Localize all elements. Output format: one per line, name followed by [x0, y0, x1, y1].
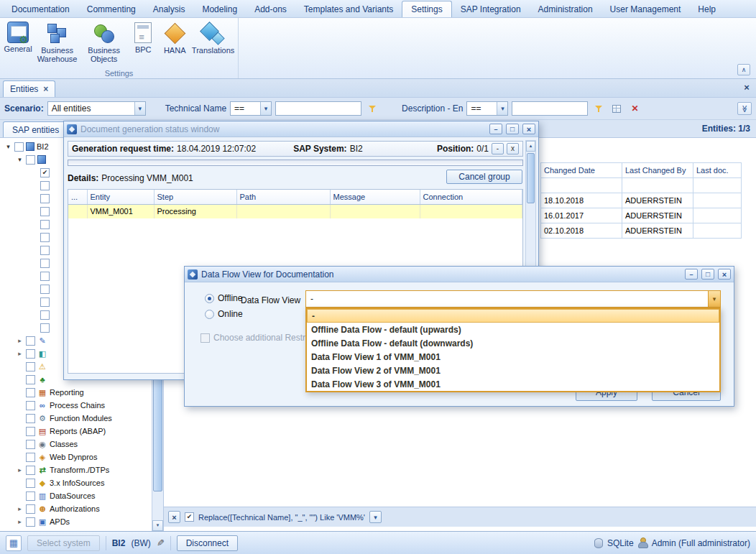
edit-connection-icon[interactable] — [157, 537, 165, 548]
tree-checkbox-checked[interactable] — [40, 168, 50, 177]
tree-checkbox[interactable] — [40, 207, 50, 216]
table-filter-row[interactable] — [541, 178, 742, 193]
tree-checkbox[interactable] — [26, 453, 35, 462]
tree-checkbox[interactable] — [26, 466, 35, 475]
option-item[interactable]: Data Flow View 2 of VMM_M001 — [307, 364, 719, 377]
filter-dropdown-button[interactable] — [369, 511, 382, 523]
close-status-button[interactable]: x — [507, 143, 519, 154]
translations-button[interactable]: Translations — [191, 20, 235, 56]
technical-name-filter-button[interactable] — [365, 101, 379, 116]
tree-item-process-chains[interactable]: Process Chains — [0, 399, 152, 412]
select-system-button[interactable]: Select system — [27, 535, 100, 551]
tree-checkbox[interactable] — [26, 414, 35, 423]
scroll-up-icon[interactable] — [526, 141, 535, 152]
maximize-icon[interactable] — [701, 269, 714, 280]
description-input[interactable] — [512, 101, 588, 116]
close-icon[interactable] — [718, 269, 731, 280]
menu-tab-modeling[interactable]: Modeling — [193, 1, 246, 17]
minimize-icon[interactable] — [489, 124, 502, 134]
chevron-right-icon[interactable] — [16, 337, 24, 344]
tree-checkbox[interactable] — [40, 272, 50, 281]
chevron-right-icon[interactable] — [16, 350, 24, 357]
clear-filter-button[interactable] — [627, 101, 642, 116]
tree-checkbox[interactable] — [40, 181, 50, 190]
tree-checkbox[interactable] — [40, 194, 50, 203]
maximize-icon[interactable] — [506, 124, 519, 134]
restrictions-checkbox[interactable] — [200, 333, 210, 343]
tab-entities[interactable]: Entities — [3, 80, 55, 97]
tabbar-close-icon[interactable] — [740, 82, 753, 93]
option-item[interactable]: Offline Data Flow - default (downwards) — [307, 336, 719, 350]
tree-checkbox[interactable] — [40, 297, 50, 307]
tree-checkbox[interactable] — [26, 479, 35, 488]
column-options[interactable]: ... — [68, 190, 87, 204]
menu-tab-user-management[interactable]: User Management — [601, 1, 690, 17]
scrollbar-thumb[interactable] — [527, 153, 535, 203]
tree-checkbox[interactable] — [26, 491, 35, 501]
scroll-down-icon[interactable] — [152, 520, 163, 531]
tree-checkbox[interactable] — [26, 401, 35, 410]
menu-tab-analysis[interactable]: Analysis — [144, 1, 194, 17]
column-connection[interactable]: Connection — [420, 190, 522, 204]
apply-filter-button[interactable] — [591, 101, 606, 116]
hana-button[interactable]: HANA — [160, 20, 190, 56]
expand-filters-button[interactable] — [737, 102, 752, 115]
tree-checkbox[interactable] — [40, 233, 50, 242]
tree-item-authorizations[interactable]: Authorizations — [0, 502, 152, 515]
filter-editor-button[interactable] — [609, 101, 624, 116]
disconnect-button[interactable]: Disconnect — [177, 535, 238, 551]
menu-tab-administration[interactable]: Administration — [530, 1, 601, 17]
chevron-down-icon[interactable] — [497, 102, 507, 115]
chevron-down-icon[interactable] — [260, 102, 271, 115]
bpc-button[interactable]: BPC — [128, 20, 158, 55]
collapse-status-button[interactable]: - — [492, 143, 504, 154]
technical-name-input[interactable] — [275, 101, 361, 116]
tree-checkbox[interactable] — [14, 142, 24, 152]
tree-checkbox[interactable] — [40, 259, 50, 268]
menu-tab-sap-integration[interactable]: SAP Integration — [452, 1, 530, 17]
column-message[interactable]: Message — [330, 190, 420, 204]
menu-tab-commenting[interactable]: Commenting — [78, 1, 144, 17]
option-item[interactable]: Data Flow View 3 of VMM_M001 — [307, 377, 719, 391]
tree-checkbox[interactable] — [26, 440, 35, 449]
tree-item-apds[interactable]: APDs — [0, 515, 152, 528]
column-path[interactable]: Path — [236, 190, 330, 204]
tree-checkbox[interactable] — [26, 517, 35, 527]
chevron-down-icon[interactable] — [134, 102, 145, 115]
remove-filter-button[interactable] — [168, 511, 180, 523]
column-last-changed-by[interactable]: Last Changed By — [622, 163, 693, 178]
menu-tab-settings[interactable]: Settings — [402, 1, 451, 17]
online-radio[interactable] — [205, 310, 214, 319]
menu-tab-addons[interactable]: Add-ons — [246, 1, 295, 17]
tree-item-function-modules[interactable]: Function Modules — [0, 412, 152, 425]
tree-checkbox[interactable] — [40, 220, 50, 229]
tree-checkbox[interactable] — [40, 310, 50, 320]
chevron-down-icon[interactable] — [4, 143, 12, 150]
table-row[interactable]: 02.10.2018 ADUERRSTEIN — [541, 223, 742, 239]
table-row[interactable]: 16.01.2017 ADUERRSTEIN — [541, 208, 742, 223]
technical-name-operator-select[interactable]: == — [230, 101, 272, 116]
tree-checkbox[interactable] — [26, 388, 35, 397]
tab-sap-entities[interactable]: SAP entities — [3, 121, 68, 137]
offline-radio[interactable] — [205, 294, 214, 303]
menu-tab-help[interactable]: Help — [689, 1, 724, 17]
chevron-right-icon[interactable] — [16, 518, 24, 525]
systems-grid-icon[interactable] — [6, 535, 22, 551]
tree-item-reporting[interactable]: Reporting — [0, 386, 152, 399]
scenario-select[interactable]: All entities — [47, 101, 146, 116]
tree-item-3x-infosources[interactable]: 3.x InfoSources — [0, 476, 152, 489]
dialog-title-bar[interactable]: Document generation status window — [64, 121, 538, 137]
table-row[interactable]: 18.10.2018 ADUERRSTEIN — [541, 193, 742, 208]
filter-enabled-checkbox[interactable] — [185, 512, 194, 522]
tree-checkbox[interactable] — [26, 155, 35, 165]
general-button[interactable]: General — [3, 20, 33, 55]
tree-item-datasources[interactable]: DataSources — [0, 489, 152, 502]
dialog-title-bar[interactable]: Data Flow View for Documentation — [185, 267, 734, 282]
tree-checkbox[interactable] — [40, 285, 50, 294]
description-operator-select[interactable]: == — [466, 101, 508, 116]
tree-checkbox[interactable] — [26, 375, 35, 384]
business-warehouse-button[interactable]: Business Warehouse — [34, 20, 80, 65]
column-step[interactable]: Step — [154, 190, 236, 204]
tree-item-web-dynpros[interactable]: Web Dynpros — [0, 451, 152, 463]
tree-checkbox[interactable] — [40, 246, 50, 255]
